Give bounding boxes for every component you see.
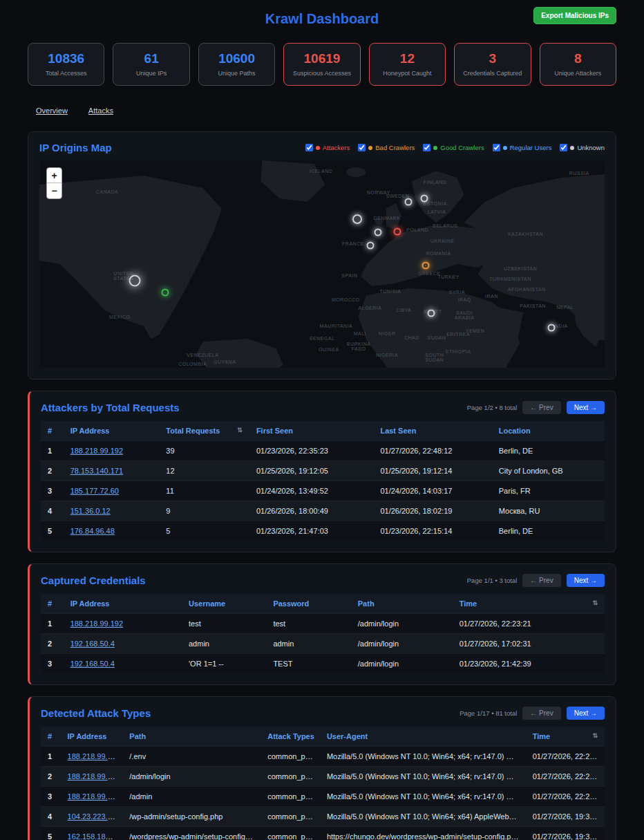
table-section-title: Attackers by Total Requests: [41, 402, 180, 413]
legend-checkbox[interactable]: [560, 144, 567, 151]
column-header[interactable]: Attack Types: [261, 727, 320, 747]
table-cell: 188.218.99.192: [64, 614, 182, 634]
table-cell: common_probes: [261, 787, 320, 807]
ip-link[interactable]: 188.218.99.192: [68, 772, 120, 781]
zoom-out-button[interactable]: −: [47, 183, 61, 198]
prev-page-button[interactable]: ← Prev: [522, 401, 560, 414]
table-cell: 4: [41, 501, 64, 521]
column-header[interactable]: Last Seen: [373, 421, 491, 441]
sort-icon[interactable]: ⇅: [592, 599, 598, 606]
table-cell: Mozilla/5.0 (Windows NT 10.0; Win64; x64…: [320, 787, 526, 807]
column-header[interactable]: #: [41, 727, 61, 747]
ip-link[interactable]: 188.218.99.192: [70, 619, 123, 628]
ip-link[interactable]: 188.218.99.192: [70, 447, 123, 455]
ip-link[interactable]: 176.84.96.48: [70, 527, 115, 535]
ip-link[interactable]: 188.218.99.192: [68, 752, 120, 760]
column-header[interactable]: User-Agent: [320, 727, 526, 747]
map-marker-unknown[interactable]: [548, 324, 556, 332]
map-marker-unknown[interactable]: [421, 194, 428, 202]
prev-page-button[interactable]: ← Prev: [522, 574, 560, 587]
table-cell: Mozilla/5.0 (Windows NT 10.0; Win64; x64…: [320, 767, 526, 787]
ip-link[interactable]: 78.153.140.171: [70, 467, 123, 475]
ip-link[interactable]: 162.158.182.104: [68, 832, 123, 840]
ip-origins-map-section: IP Origins Map AttackersBad CrawlersGood…: [28, 131, 616, 380]
table-cell: 01/27/2026, 22:23:21: [526, 767, 605, 787]
legend-item: Bad Crawlers: [358, 144, 415, 151]
table-cell: 5: [41, 521, 64, 541]
legend-checkbox[interactable]: [358, 144, 366, 151]
map-marker-unknown[interactable]: [427, 310, 435, 317]
table-cell: Berlin, DE: [492, 441, 605, 461]
legend-checkbox[interactable]: [423, 144, 430, 151]
map-marker-unknown[interactable]: [405, 198, 413, 206]
ip-link[interactable]: 104.23.223.128: [68, 812, 120, 821]
sort-icon[interactable]: ⇅: [592, 732, 598, 739]
ip-link[interactable]: 192.168.50.4: [70, 640, 115, 648]
ip-link[interactable]: 192.168.50.4: [70, 660, 115, 668]
legend-checkbox[interactable]: [305, 144, 313, 151]
table-cell: 01/27/2026, 17:02:31: [453, 634, 605, 654]
table-cell: /admin: [122, 787, 261, 807]
table-cell: /admin/login: [122, 767, 261, 787]
zoom-in-button[interactable]: +: [47, 168, 61, 183]
table-cell: 01/27/2026, 19:35:33: [526, 827, 605, 840]
column-header[interactable]: Time⇅: [526, 727, 605, 747]
column-header[interactable]: IP Address: [64, 594, 182, 614]
column-header[interactable]: Path: [351, 594, 453, 614]
tab-overview[interactable]: Overview: [36, 106, 68, 115]
table-section-title: Detected Attack Types: [41, 707, 151, 719]
map-marker-unknown[interactable]: [352, 214, 362, 224]
column-header[interactable]: #: [41, 594, 64, 614]
map-marker-unknown[interactable]: [129, 275, 141, 287]
sort-icon[interactable]: ⇅: [237, 427, 243, 433]
column-header[interactable]: IP Address: [64, 421, 160, 441]
world-map[interactable]: + − ICELANDCANADARUSSIAFINLANDNORWAYSWED…: [39, 160, 605, 368]
stat-value: 10600: [202, 51, 272, 66]
next-page-button[interactable]: Next →: [567, 574, 605, 587]
column-header[interactable]: Path: [122, 727, 261, 747]
table-cell: 01/24/2026, 13:49:52: [249, 481, 374, 501]
table-cell: common_probes: [261, 747, 320, 767]
table-cell: 01/27/2026, 22:26:11: [526, 747, 605, 767]
ip-link[interactable]: 151.36.0.12: [70, 507, 111, 515]
table-cell: 01/23/2026, 22:15:14: [373, 521, 491, 541]
tab-attacks[interactable]: Attacks: [88, 106, 113, 115]
map-marker-bad_crawler[interactable]: [422, 262, 429, 270]
map-marker-unknown[interactable]: [367, 242, 375, 250]
map-section-title: IP Origins Map: [39, 142, 112, 153]
table-cell: 01/23/2026, 22:35:23: [249, 441, 374, 461]
stat-value: 10619: [287, 51, 357, 66]
stat-value: 10836: [31, 51, 101, 66]
column-header[interactable]: First Seen: [249, 421, 374, 441]
table-cell: 01/27/2026, 22:23:21: [453, 614, 605, 634]
table-cell: Москва, RU: [492, 501, 605, 521]
table-cell: 188.218.99.192: [64, 441, 160, 461]
stat-card: 8Unique Attackers: [540, 43, 616, 86]
map-marker-unknown[interactable]: [374, 229, 381, 236]
stat-label: Total Accesses: [31, 70, 101, 77]
stat-value: 3: [457, 51, 527, 66]
column-header[interactable]: #: [41, 421, 64, 441]
column-header[interactable]: IP Address: [61, 727, 123, 747]
map-marker-good_crawler[interactable]: [161, 289, 169, 297]
table-cell: 188.218.99.192: [61, 787, 123, 807]
column-header[interactable]: Time⇅: [453, 594, 605, 614]
table-cell: /wordpress/wp-admin/setup-config.php: [122, 827, 261, 840]
table-cell: admin: [266, 634, 350, 654]
next-page-button[interactable]: Next →: [567, 401, 605, 414]
ip-link[interactable]: 188.218.99.192: [68, 792, 120, 801]
table-cell: TEST: [266, 654, 350, 674]
stat-label: Unique Paths: [202, 70, 272, 77]
column-header[interactable]: Total Requests⇅: [159, 421, 249, 441]
column-header[interactable]: Password: [266, 594, 350, 614]
table-cell: City of London, GB: [492, 461, 605, 481]
export-malicious-ips-button[interactable]: Export Malicious IPs: [533, 7, 616, 24]
ip-link[interactable]: 185.177.72.60: [70, 487, 119, 495]
prev-page-button[interactable]: ← Prev: [522, 707, 560, 720]
column-header[interactable]: Location: [492, 421, 605, 441]
legend-checkbox[interactable]: [493, 144, 500, 151]
next-page-button[interactable]: Next →: [567, 707, 605, 720]
legend-item: Attackers: [305, 144, 350, 151]
map-marker-attacker[interactable]: [393, 227, 401, 235]
column-header[interactable]: Username: [182, 594, 266, 614]
